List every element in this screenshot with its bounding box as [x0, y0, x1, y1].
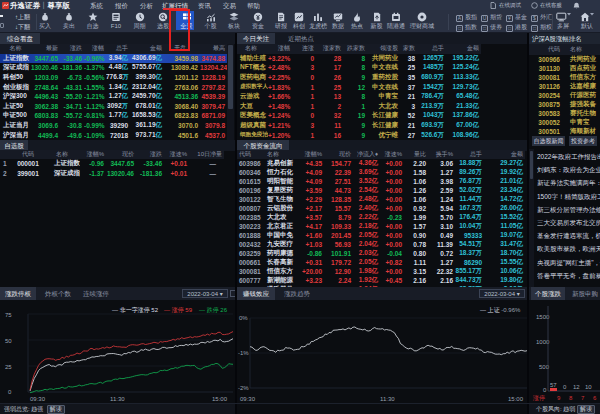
svg-text:— 上证 -0.96%: — 上证 -0.96% — [480, 307, 521, 313]
svg-text:12: 12 — [573, 384, 580, 390]
svg-text:10: 10 — [585, 384, 592, 390]
svg-text:0%: 0% — [239, 315, 248, 321]
svg-text:7: 7 — [581, 395, 585, 401]
svg-text:9: 9 — [557, 395, 561, 401]
svg-text:6: 6 — [593, 395, 597, 401]
svg-text:涨停: 涨停 — [532, 395, 545, 402]
svg-text:57: 57 — [550, 382, 557, 388]
svg-text:75: 75 — [5, 312, 12, 318]
svg-text:0: 0 — [543, 387, 547, 393]
svg-text:8: 8 — [569, 395, 573, 401]
svg-text:— 非一字涨停 52: — 非一字涨停 52 — [112, 306, 159, 314]
svg-text:0: 0 — [8, 389, 12, 395]
svg-text:50: 50 — [5, 338, 12, 344]
svg-text:25: 25 — [5, 364, 12, 370]
svg-text:— 涨停 59: — 涨停 59 — [164, 307, 193, 314]
svg-text:0: 0 — [563, 384, 567, 390]
svg-text:-1%: -1% — [238, 350, 249, 356]
svg-text:-2%: -2% — [238, 385, 249, 391]
svg-text:— 跌停 26: — 跌停 26 — [199, 307, 228, 314]
